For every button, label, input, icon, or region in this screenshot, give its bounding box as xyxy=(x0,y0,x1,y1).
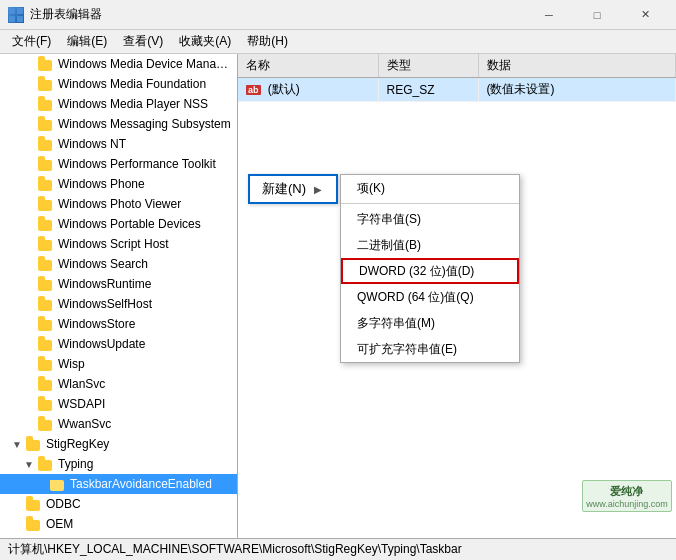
col-header-name: 名称 xyxy=(238,54,378,78)
right-panel: 名称 类型 数据 ab (默认) REG_SZ (数值未设置) 新建( xyxy=(238,54,676,538)
maximize-button[interactable]: □ xyxy=(574,0,620,30)
submenu-item-string-label: 字符串值(S) xyxy=(357,211,421,228)
menu-help[interactable]: 帮助(H) xyxy=(239,30,296,53)
submenu-item-string[interactable]: 字符串值(S) xyxy=(341,206,519,232)
tree-item-windows-store[interactable]: WindowsStore xyxy=(0,314,237,334)
context-menu-overlay: 新建(N) ▶ 项(K) 字符串值(S) 二进制值(B) DWORD (32 位… xyxy=(248,174,520,363)
submenu-item-multi-string[interactable]: 多字符串值(M) xyxy=(341,310,519,336)
tree-item-windows-update[interactable]: WindowsUpdate xyxy=(0,334,237,354)
submenu-item-binary[interactable]: 二进制值(B) xyxy=(341,232,519,258)
folder-icon xyxy=(38,457,54,471)
tree-item-label: WindowsStore xyxy=(58,317,233,331)
submenu-item-dword[interactable]: DWORD (32 位)值(D) xyxy=(341,258,519,284)
menu-edit[interactable]: 编辑(E) xyxy=(59,30,115,53)
folder-icon xyxy=(38,217,54,231)
folder-icon xyxy=(38,197,54,211)
tree-item-wlansvc[interactable]: WlanSvc xyxy=(0,374,237,394)
submenu-item-dword-label: DWORD (32 位)值(D) xyxy=(359,263,474,280)
tree-item-label: Windows Media Player NSS xyxy=(58,97,233,111)
tree-item-label: ODBC xyxy=(46,497,233,511)
tree-item-label: OEM xyxy=(46,517,233,531)
tree-item-typing[interactable]: ▼ Typing xyxy=(0,454,237,474)
submenu-item-key[interactable]: 项(K) xyxy=(341,175,519,201)
tree-item-odbc[interactable]: ODBC xyxy=(0,494,237,514)
tree-item-label: Windows Media Device Manager xyxy=(58,57,233,71)
tree-item-taskbar-avoidance[interactable]: TaskbarAvoidanceEnabled xyxy=(0,474,237,494)
folder-icon xyxy=(26,497,42,511)
menu-bar: 文件(F) 编辑(E) 查看(V) 收藏夹(A) 帮助(H) xyxy=(0,30,676,54)
folder-icon xyxy=(38,337,54,351)
folder-icon xyxy=(38,417,54,431)
watermark-site: 爱纯净 xyxy=(586,484,668,499)
folder-icon xyxy=(38,317,54,331)
folder-icon xyxy=(50,477,66,491)
tree-item-wisp[interactable]: Wisp xyxy=(0,354,237,374)
new-button[interactable]: 新建(N) ▶ xyxy=(248,174,338,204)
menu-file[interactable]: 文件(F) xyxy=(4,30,59,53)
minimize-button[interactable]: ─ xyxy=(526,0,572,30)
menu-view[interactable]: 查看(V) xyxy=(115,30,171,53)
tree-item-windows-media-player-nss[interactable]: Windows Media Player NSS xyxy=(0,94,237,114)
submenu-item-qword-label: QWORD (64 位)值(Q) xyxy=(357,289,474,306)
close-button[interactable]: ✕ xyxy=(622,0,668,30)
tree-item-label: WindowsSelfHost xyxy=(58,297,233,311)
tree-item-label: WindowsUpdate xyxy=(58,337,233,351)
table-row[interactable]: ab (默认) REG_SZ (数值未设置) xyxy=(238,78,676,102)
status-bar: 计算机\HKEY_LOCAL_MACHINE\SOFTWARE\Microsof… xyxy=(0,538,676,560)
svg-rect-1 xyxy=(17,8,23,14)
tree-item-windows-media-device[interactable]: Windows Media Device Manager xyxy=(0,54,237,74)
tree-item-oem[interactable]: OEM xyxy=(0,514,237,534)
title-bar: 注册表编辑器 ─ □ ✕ xyxy=(0,0,676,30)
tree-item-stig-reg-key[interactable]: ▼ StigRegKey xyxy=(0,434,237,454)
expand-icon: ▼ xyxy=(24,459,36,470)
submenu-item-expandable[interactable]: 可扩充字符串值(E) xyxy=(341,336,519,362)
submenu-arrow-icon: ▶ xyxy=(314,184,322,195)
tree-item-windows-photo-viewer[interactable]: Windows Photo Viewer xyxy=(0,194,237,214)
tree-item-windows-portable-devices[interactable]: Windows Portable Devices xyxy=(0,214,237,234)
svg-rect-3 xyxy=(17,16,23,22)
tree-panel[interactable]: Windows Media Device Manager Windows Med… xyxy=(0,54,238,538)
tree-item-label: Windows Photo Viewer xyxy=(58,197,233,211)
cell-type: REG_SZ xyxy=(378,78,478,102)
submenu-item-multi-string-label: 多字符串值(M) xyxy=(357,315,435,332)
tree-item-label: Windows Script Host xyxy=(58,237,233,251)
tree-item-wwansvc[interactable]: WwanSvc xyxy=(0,414,237,434)
tree-item-label: Wisp xyxy=(58,357,233,371)
tree-item-windows-search[interactable]: Windows Search xyxy=(0,254,237,274)
tree-item-windows-selfhost[interactable]: WindowsSelfHost xyxy=(0,294,237,314)
status-path: 计算机\HKEY_LOCAL_MACHINE\SOFTWARE\Microsof… xyxy=(8,541,462,558)
expand-icon: ▼ xyxy=(12,439,24,450)
window-controls: ─ □ ✕ xyxy=(526,0,668,30)
submenu: 项(K) 字符串值(S) 二进制值(B) DWORD (32 位)值(D) QW… xyxy=(340,174,520,363)
tree-item-windows-nt[interactable]: Windows NT xyxy=(0,134,237,154)
tree-item-windows-media-foundation[interactable]: Windows Media Foundation xyxy=(0,74,237,94)
new-button-label: 新建(N) xyxy=(262,180,306,198)
folder-icon xyxy=(38,277,54,291)
tree-item-label: Windows Phone xyxy=(58,177,233,191)
tree-item-label: Typing xyxy=(58,457,233,471)
menu-favorites[interactable]: 收藏夹(A) xyxy=(171,30,239,53)
folder-icon xyxy=(38,77,54,91)
folder-icon xyxy=(26,437,42,451)
tree-item-label: Windows Portable Devices xyxy=(58,217,233,231)
folder-icon xyxy=(38,397,54,411)
folder-icon xyxy=(38,257,54,271)
tree-item-windows-script-host[interactable]: Windows Script Host xyxy=(0,234,237,254)
main-layout: Windows Media Device Manager Windows Med… xyxy=(0,54,676,538)
tree-item-windows-messaging[interactable]: Windows Messaging Subsystem xyxy=(0,114,237,134)
tree-item-label: TaskbarAvoidanceEnabled xyxy=(70,477,233,491)
tree-item-label: WindowsRuntime xyxy=(58,277,233,291)
tree-item-windows-performance[interactable]: Windows Performance Toolkit xyxy=(0,154,237,174)
svg-rect-0 xyxy=(9,8,15,14)
folder-icon xyxy=(38,117,54,131)
tree-item-label: Windows Search xyxy=(58,257,233,271)
tree-item-label: WwanSvc xyxy=(58,417,233,431)
folder-icon xyxy=(38,157,54,171)
registry-table: 名称 类型 数据 ab (默认) REG_SZ (数值未设置) xyxy=(238,54,676,102)
tree-item-label: WlanSvc xyxy=(58,377,233,391)
tree-item-windows-runtime[interactable]: WindowsRuntime xyxy=(0,274,237,294)
tree-item-wsdapi[interactable]: WSDAPI xyxy=(0,394,237,414)
tree-item-label: StigRegKey xyxy=(46,437,233,451)
tree-item-windows-phone[interactable]: Windows Phone xyxy=(0,174,237,194)
submenu-item-qword[interactable]: QWORD (64 位)值(Q) xyxy=(341,284,519,310)
